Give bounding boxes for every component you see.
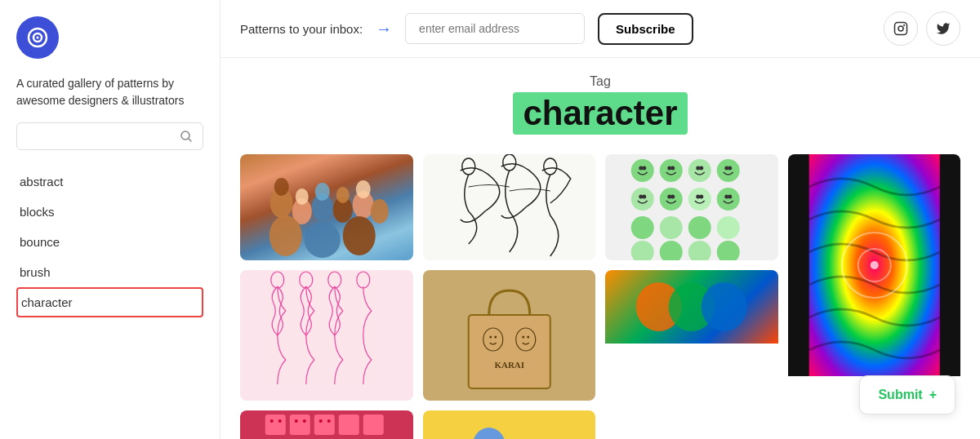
email-input[interactable] (405, 13, 585, 44)
svg-point-48 (728, 195, 732, 199)
sidebar-item-character[interactable]: character (16, 287, 203, 317)
svg-point-97 (327, 419, 331, 423)
svg-point-43 (688, 188, 711, 211)
tag-section: Tag character (240, 74, 960, 135)
svg-rect-79 (314, 415, 335, 435)
logo[interactable] (16, 16, 59, 59)
twitter-button[interactable] (926, 11, 960, 46)
gallery-item-8[interactable] (240, 410, 413, 439)
gallery-item-4[interactable] (788, 154, 961, 401)
svg-point-60 (870, 261, 878, 269)
instagram-button[interactable] (884, 11, 918, 46)
gallery-item-2[interactable] (423, 154, 596, 260)
gallery-item-9[interactable] (423, 410, 596, 439)
social-icons (884, 11, 960, 46)
svg-point-17 (356, 180, 371, 198)
tag-title: character (513, 92, 687, 135)
svg-point-61 (271, 272, 284, 288)
svg-point-21 (343, 216, 376, 255)
svg-text:KARAI: KARAI (494, 360, 524, 370)
svg-point-69 (489, 336, 492, 339)
svg-point-23 (502, 154, 515, 171)
svg-point-70 (494, 336, 497, 339)
header: Patterns to your inbox: → Subscribe (220, 0, 980, 58)
svg-point-15 (336, 187, 350, 203)
main-content: Patterns to your inbox: → Subscribe Tag (220, 0, 980, 439)
svg-point-18 (371, 199, 389, 224)
sidebar-item-blocks[interactable]: blocks (16, 197, 203, 227)
search-icon (180, 130, 193, 143)
gallery-item-1[interactable] (240, 154, 413, 260)
svg-point-19 (270, 215, 302, 256)
tagline: A curated gallery of patterns by awesome… (16, 75, 203, 109)
gallery-item-5[interactable] (240, 270, 413, 401)
svg-point-49 (631, 216, 654, 239)
svg-point-54 (660, 241, 683, 260)
svg-point-50 (660, 216, 683, 239)
svg-point-53 (631, 241, 654, 260)
svg-point-42 (670, 195, 675, 199)
svg-point-22 (461, 158, 474, 175)
sidebar: A curated gallery of patterns by awesome… (0, 0, 220, 439)
submit-button[interactable]: Submit + (859, 375, 956, 415)
sidebar-item-bounce[interactable]: bounce (16, 227, 203, 257)
svg-point-100 (472, 428, 505, 439)
svg-rect-77 (265, 415, 286, 435)
svg-point-13 (315, 183, 330, 201)
gallery-item-6[interactable]: KARAI (423, 270, 596, 401)
gallery-grid: KARAI (240, 154, 960, 439)
svg-point-33 (699, 166, 703, 171)
svg-rect-81 (363, 415, 384, 435)
svg-point-63 (328, 272, 341, 288)
svg-point-27 (642, 166, 646, 171)
svg-point-52 (717, 216, 740, 239)
svg-point-2 (37, 37, 39, 39)
svg-point-94 (295, 419, 298, 423)
logo-area (16, 16, 203, 59)
arrow-icon: → (376, 20, 392, 38)
svg-point-24 (543, 158, 556, 175)
svg-point-96 (319, 419, 323, 423)
svg-point-34 (717, 159, 740, 182)
twitter-icon (936, 21, 951, 36)
nav-scroll-area: abstract blocks bounce brush character (16, 166, 203, 439)
svg-line-4 (189, 139, 192, 142)
svg-point-39 (642, 195, 646, 199)
svg-point-11 (296, 188, 309, 205)
svg-point-45 (699, 195, 703, 199)
tag-label: Tag (240, 74, 960, 89)
inbox-label: Patterns to your inbox: (240, 22, 363, 36)
search-button[interactable] (180, 130, 193, 143)
svg-point-76 (702, 282, 747, 331)
svg-point-7 (904, 25, 905, 26)
svg-point-30 (670, 166, 675, 171)
svg-rect-65 (468, 315, 550, 388)
sidebar-item-brush[interactable]: brush (16, 257, 203, 287)
svg-point-20 (305, 222, 341, 258)
svg-point-46 (717, 188, 740, 211)
submit-icon: + (929, 388, 937, 402)
svg-point-95 (303, 419, 306, 423)
svg-rect-78 (290, 415, 310, 435)
svg-point-28 (660, 159, 683, 182)
search-input[interactable] (27, 130, 180, 143)
svg-point-72 (522, 336, 524, 339)
svg-point-92 (270, 419, 274, 423)
gallery-item-7[interactable] (605, 270, 778, 401)
svg-point-93 (278, 419, 282, 423)
instagram-icon (893, 21, 908, 36)
subscribe-button[interactable]: Subscribe (598, 13, 693, 45)
gallery-item-3[interactable] (605, 154, 778, 260)
svg-point-55 (688, 241, 711, 260)
svg-point-31 (688, 159, 711, 182)
svg-point-9 (274, 178, 289, 196)
svg-point-64 (357, 272, 370, 288)
svg-rect-5 (895, 23, 907, 35)
submit-label: Submit (878, 388, 922, 402)
svg-point-73 (527, 336, 529, 339)
svg-point-40 (660, 188, 683, 211)
search-box (16, 122, 203, 150)
sidebar-item-abstract[interactable]: abstract (16, 166, 203, 197)
svg-point-62 (300, 272, 313, 288)
svg-point-51 (688, 216, 711, 239)
